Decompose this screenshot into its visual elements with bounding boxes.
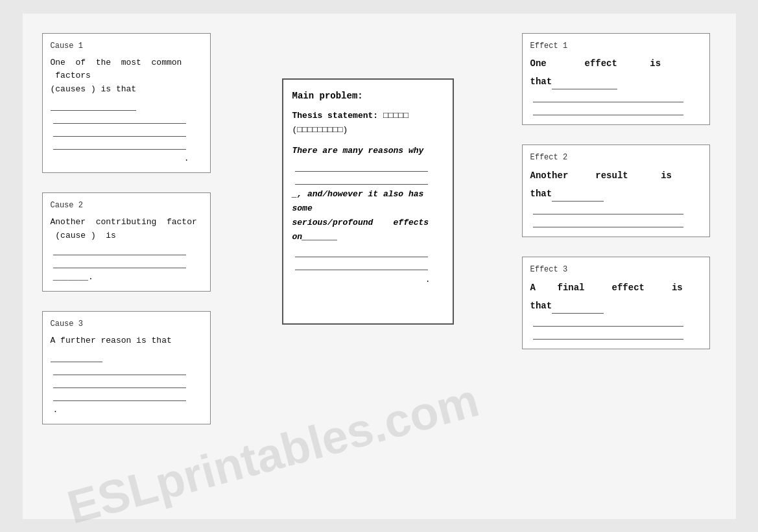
effect3-title: Effect 3 xyxy=(530,264,702,276)
cause3-blank0[interactable] xyxy=(51,348,102,362)
effect3-line1: A final effect is xyxy=(530,281,702,295)
page: ESLprintables.com Cause 1 One of the mos… xyxy=(0,0,758,532)
main-blank3[interactable] xyxy=(295,249,428,257)
cause3-dot: . xyxy=(53,404,202,417)
effect3-box: Effect 3 A final effect is that xyxy=(522,257,710,349)
worksheet: ESLprintables.com Cause 1 One of the mos… xyxy=(23,14,736,519)
effect2-line1: Another result is xyxy=(530,168,702,183)
main-body3: on_______ xyxy=(292,230,444,244)
main-body-text1: _, and/however it also has some xyxy=(292,189,424,213)
thesis-label: Thesis statement: □□□□□ xyxy=(292,109,444,123)
cause1-blank2[interactable] xyxy=(53,116,187,124)
right-column: Effect 1 One effect is that Effect 2 Ano… xyxy=(522,27,717,350)
main-body-text2: serious/profound effects xyxy=(292,218,429,227)
thesis-label-text: Thesis statement: xyxy=(292,111,379,121)
cause1-content: One of the most common factors (causes )… xyxy=(51,56,202,166)
effect3-blank2[interactable] xyxy=(533,332,683,340)
effect2-blank2[interactable] xyxy=(533,220,683,227)
effect1-line1: One effect is xyxy=(530,56,702,71)
cause1-blank4[interactable] xyxy=(53,142,187,150)
cause2-content: Another contributing factor (cause ) is … xyxy=(51,216,202,284)
cause1-blank1[interactable] xyxy=(51,97,137,111)
main-body: _, and/however it also has some xyxy=(292,187,444,216)
cause1-title: Cause 1 xyxy=(51,40,202,52)
cause3-content: A further reason is that . xyxy=(51,334,202,417)
thesis-chars: □□□□□ xyxy=(383,111,409,121)
effect1-line2: that xyxy=(530,75,702,89)
effect2-content: Another result is that xyxy=(530,168,702,228)
cause2-title: Cause 2 xyxy=(51,200,202,212)
cause2-blank1[interactable] xyxy=(53,248,187,255)
main-end-dot: . xyxy=(292,273,431,287)
cause2-line1: Another contributing factor (cause ) is xyxy=(51,217,197,240)
cause2-blank2[interactable] xyxy=(53,260,187,268)
cause1-box: Cause 1 One of the most common factors (… xyxy=(42,33,211,173)
effect2-title: Effect 2 xyxy=(530,152,702,164)
reasons-text: There are many reasons why xyxy=(292,144,444,158)
main-blank4[interactable] xyxy=(295,262,428,270)
effect3-line2: that xyxy=(530,299,702,314)
cause1-line2: (causes ) is that xyxy=(51,84,137,108)
main-problem-title: Main problem: xyxy=(292,89,444,104)
cause3-blank1[interactable] xyxy=(53,367,187,375)
effect1-blank2[interactable] xyxy=(533,108,683,115)
cause1-dot: . xyxy=(51,152,202,166)
cause3-line1: A further reason is that xyxy=(51,336,172,359)
effect3-content: A final effect is that xyxy=(530,281,702,340)
effect1-content: One effect is that xyxy=(530,56,702,116)
thesis-parens-text: (□□□□□□□□□) xyxy=(292,125,348,135)
cause1-line1: One of the most common factors xyxy=(51,58,182,81)
cause2-dot: _______. xyxy=(53,271,93,284)
effect2-line2: that xyxy=(530,187,702,202)
cause3-title: Cause 3 xyxy=(51,318,202,330)
main-problem-box: Main problem: Thesis statement: □□□□□ (□… xyxy=(282,78,454,325)
effect3-blank1[interactable] xyxy=(533,319,683,327)
main-blank2[interactable] xyxy=(295,177,428,185)
cause3-blank3[interactable] xyxy=(53,393,187,401)
thesis-parens: (□□□□□□□□□) xyxy=(292,123,444,137)
effect2-box: Effect 2 Another result is that xyxy=(522,145,710,237)
effect3-blank0[interactable] xyxy=(552,299,604,314)
main-body2: serious/profound effects xyxy=(292,216,444,230)
effect1-title: Effect 1 xyxy=(530,40,702,52)
effect1-box: Effect 1 One effect is that xyxy=(522,33,710,126)
cause2-box: Cause 2 Another contributing factor (cau… xyxy=(42,192,211,292)
cause3-box: Cause 3 A further reason is that . xyxy=(42,311,211,424)
cause3-blank2[interactable] xyxy=(53,380,187,388)
main-body-text3: on_______ xyxy=(292,232,338,242)
center-column: Main problem: Thesis statement: □□□□□ (□… xyxy=(282,27,457,325)
effect1-blank1[interactable] xyxy=(533,95,683,102)
main-blank1[interactable] xyxy=(295,164,428,172)
effect1-blank0[interactable] xyxy=(552,75,617,89)
effect2-blank0[interactable] xyxy=(552,187,604,202)
left-column: Cause 1 One of the most common factors (… xyxy=(42,27,217,424)
effect2-blank1[interactable] xyxy=(533,207,683,214)
cause1-blank3[interactable] xyxy=(53,129,187,137)
